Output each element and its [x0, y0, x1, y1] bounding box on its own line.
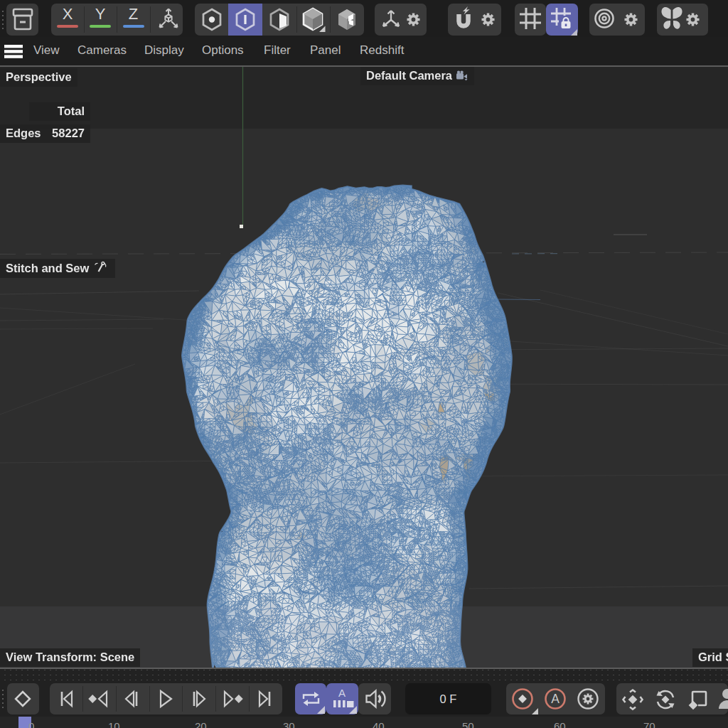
- svg-text:A: A: [551, 692, 560, 706]
- svg-text:A: A: [338, 687, 346, 699]
